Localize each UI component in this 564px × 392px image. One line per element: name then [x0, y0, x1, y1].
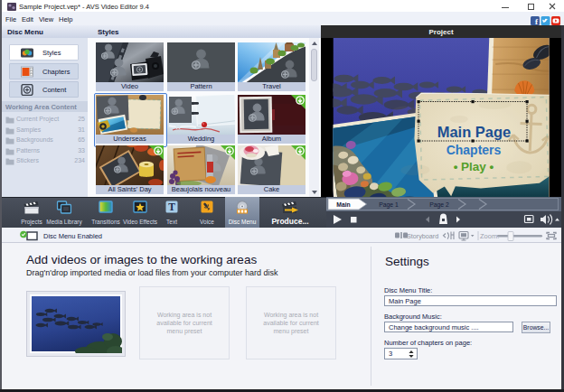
svg-text:Main Page: Main Page	[437, 124, 512, 140]
svg-text:Chapters: Chapters	[446, 143, 502, 157]
svg-text:Main: Main	[336, 201, 350, 208]
svg-text:Page 1: Page 1	[379, 201, 399, 209]
svg-text:Zoom:: Zoom:	[480, 232, 499, 240]
svg-text:T: T	[168, 201, 175, 212]
svg-text:Page 2: Page 2	[429, 201, 449, 209]
svg-text:Storyboard: Storyboard	[407, 232, 438, 240]
svg-text:• Play •: • Play •	[454, 160, 494, 173]
